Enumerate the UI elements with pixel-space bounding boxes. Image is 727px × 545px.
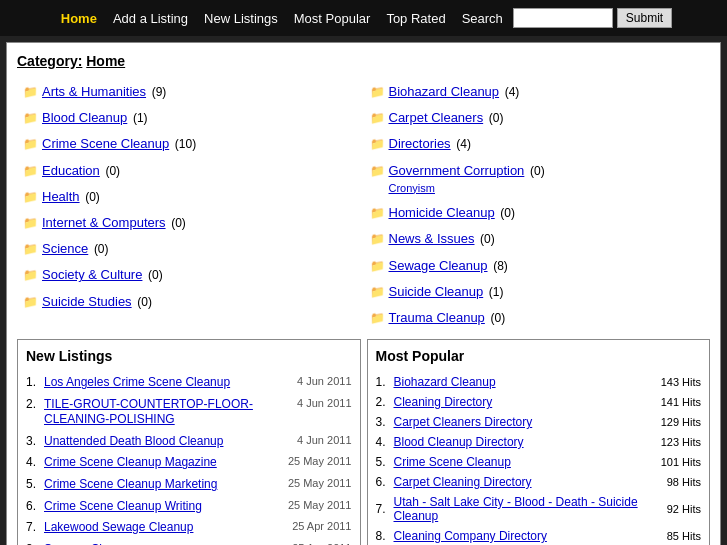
popular-link[interactable]: Cleaning Directory <box>394 395 647 409</box>
listing-date: 25 May 2011 <box>280 499 352 511</box>
category-link[interactable]: Crime Scene Cleanup <box>42 136 169 151</box>
item-number: 7. <box>376 502 394 516</box>
category-link[interactable]: Internet & Computers <box>42 215 166 230</box>
list-item: 3. Unattended Death Blood Cleanup 4 Jun … <box>26 431 352 453</box>
new-listings-list: 1. Los Angeles Crime Scene Cleanup 4 Jun… <box>26 372 352 545</box>
main-content: Category: Home 📁 Arts & Humanities (9) 📁… <box>6 42 721 545</box>
cat-item: 📁 Crime Scene Cleanup (10) <box>17 131 364 157</box>
list-item: 7. Lakewood Sewage Cleanup 25 Apr 2011 <box>26 517 352 539</box>
category-link[interactable]: Blood Cleanup <box>42 110 127 125</box>
listing-link[interactable]: Lakewood Sewage Cleanup <box>44 520 280 536</box>
popular-link[interactable]: Crime Scene Cleanup <box>394 455 647 469</box>
popular-item: 3. Carpet Cleaners Directory 129 Hits <box>376 412 702 432</box>
popular-link[interactable]: Biohazard Cleanup <box>394 375 647 389</box>
folder-icon: 📁 <box>370 231 385 248</box>
cat-sub-link[interactable]: Cronyism <box>389 181 545 196</box>
category-link[interactable]: News & Issues <box>389 231 475 246</box>
popular-item: 4. Blood Cleanup Directory 123 Hits <box>376 432 702 452</box>
popular-item: 5. Crime Scene Cleanup 101 Hits <box>376 452 702 472</box>
category-link[interactable]: Science <box>42 241 88 256</box>
category-link[interactable]: Society & Culture <box>42 267 142 282</box>
category-link[interactable]: Carpet Cleaners <box>389 110 484 125</box>
popular-link[interactable]: Cleaning Company Directory <box>394 529 647 543</box>
category-link[interactable]: Suicide Cleanup <box>389 284 484 299</box>
popular-link[interactable]: Blood Cleanup Directory <box>394 435 647 449</box>
popular-link[interactable]: Carpet Cleaning Directory <box>394 475 647 489</box>
list-item: 1. Los Angeles Crime Scene Cleanup 4 Jun… <box>26 372 352 394</box>
nav-add-listing[interactable]: Add a Listing <box>107 11 194 26</box>
list-item: 4. Crime Scene Cleanup Magazine 25 May 2… <box>26 452 352 474</box>
list-item: 5. Crime Scene Cleanup Marketing 25 May … <box>26 474 352 496</box>
popular-link[interactable]: Carpet Cleaners Directory <box>394 415 647 429</box>
item-number: 7. <box>26 520 44 534</box>
search-input[interactable] <box>513 8 613 28</box>
nav-most-popular[interactable]: Most Popular <box>288 11 377 26</box>
category-link[interactable]: Education <box>42 163 100 178</box>
listing-link[interactable]: Unattended Death Blood Cleanup <box>44 434 280 450</box>
listing-link[interactable]: Crime Scene Cleanup Magazine <box>44 455 280 471</box>
category-count: (4) <box>456 137 471 151</box>
cat-item: 📁 Arts & Humanities (9) <box>17 79 364 105</box>
category-link[interactable]: Homicide Cleanup <box>389 205 495 220</box>
list-item: 8. Sewage Cleanup 25 Apr 2011 <box>26 539 352 545</box>
folder-icon: 📁 <box>23 267 38 284</box>
listing-link[interactable]: Crime Scene Cleanup Writing <box>44 499 280 515</box>
folder-icon: 📁 <box>23 84 38 101</box>
folder-icon: 📁 <box>370 136 385 153</box>
category-link[interactable]: Government Corruption <box>389 163 525 178</box>
category-count: (0) <box>530 164 545 178</box>
popular-link[interactable]: Utah - Salt Lake City - Blood - Death - … <box>394 495 647 523</box>
popular-list: 1. Biohazard Cleanup 143 Hits 2. Cleanin… <box>376 372 702 545</box>
cat-item: 📁 News & Issues (0) <box>364 226 711 252</box>
category-count: (0) <box>480 232 495 246</box>
category-link[interactable]: Health <box>42 189 80 204</box>
nav-search[interactable]: Search <box>456 11 509 26</box>
listing-link[interactable]: Los Angeles Crime Scene Cleanup <box>44 375 280 391</box>
popular-item: 1. Biohazard Cleanup 143 Hits <box>376 372 702 392</box>
category-count: (0) <box>500 206 515 220</box>
category-link[interactable]: Trauma Cleanup <box>389 310 485 325</box>
new-listings-panel: New Listings 1. Los Angeles Crime Scene … <box>17 339 361 545</box>
nav-new-listings[interactable]: New Listings <box>198 11 284 26</box>
listing-link[interactable]: Crime Scene Cleanup Marketing <box>44 477 280 493</box>
hit-count: 85 Hits <box>646 530 701 542</box>
category-count: (10) <box>175 137 196 151</box>
category-link[interactable]: Suicide Studies <box>42 294 132 309</box>
popular-item: 8. Cleaning Company Directory 85 Hits <box>376 526 702 545</box>
category-link[interactable]: Biohazard Cleanup <box>389 84 500 99</box>
category-count: (1) <box>133 111 148 125</box>
hit-count: 92 Hits <box>646 503 701 515</box>
item-number: 6. <box>26 499 44 513</box>
cat-item: 📁 Suicide Studies (0) <box>17 289 364 315</box>
folder-icon: 📁 <box>23 294 38 311</box>
folder-icon: 📁 <box>370 110 385 127</box>
submit-button[interactable]: Submit <box>617 8 672 28</box>
listing-link[interactable]: TILE-GROUT-COUNTERTOP-FLOOR-CLEANING-POL… <box>44 397 280 428</box>
item-number: 8. <box>376 529 394 543</box>
category-count: (1) <box>489 285 504 299</box>
categories-grid: 📁 Arts & Humanities (9) 📁 Blood Cleanup … <box>17 79 710 331</box>
hit-count: 98 Hits <box>646 476 701 488</box>
nav-top-rated[interactable]: Top Rated <box>380 11 451 26</box>
category-name: Home <box>86 53 125 69</box>
category-link[interactable]: Sewage Cleanup <box>389 258 488 273</box>
category-link[interactable]: Directories <box>389 136 451 151</box>
item-number: 1. <box>376 375 394 389</box>
folder-icon: 📁 <box>23 110 38 127</box>
popular-item: 2. Cleaning Directory 141 Hits <box>376 392 702 412</box>
popular-item: 6. Carpet Cleaning Directory 98 Hits <box>376 472 702 492</box>
category-link[interactable]: Arts & Humanities <box>42 84 146 99</box>
folder-icon: 📁 <box>23 241 38 258</box>
listing-date: 4 Jun 2011 <box>280 397 352 409</box>
popular-item: 7. Utah - Salt Lake City - Blood - Death… <box>376 492 702 526</box>
folder-icon: 📁 <box>23 215 38 232</box>
item-number: 4. <box>26 455 44 469</box>
most-popular-panel: Most Popular 1. Biohazard Cleanup 143 Hi… <box>367 339 711 545</box>
nav-home[interactable]: Home <box>55 11 103 26</box>
listing-date: 25 May 2011 <box>280 477 352 489</box>
listing-date: 4 Jun 2011 <box>280 375 352 387</box>
hit-count: 143 Hits <box>646 376 701 388</box>
cat-item: 📁 Health (0) <box>17 184 364 210</box>
folder-icon: 📁 <box>23 189 38 206</box>
most-popular-title: Most Popular <box>376 348 702 364</box>
